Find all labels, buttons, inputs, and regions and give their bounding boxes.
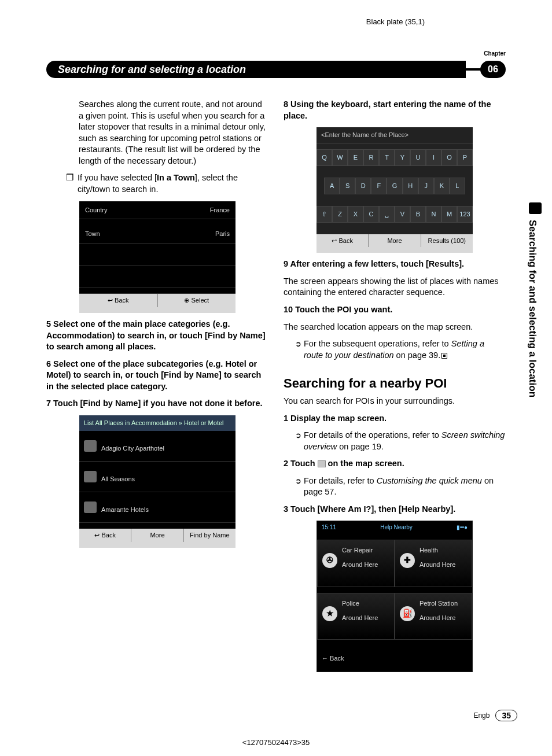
list-item-label: Amarante Hotels [101, 506, 149, 514]
key[interactable]: O [441, 149, 457, 166]
left-column: Searches along the current route, and no… [46, 99, 268, 678]
step-10-body: The searched location appears on the map… [284, 322, 506, 333]
label-town: Town [85, 230, 100, 238]
shift-key[interactable]: ⇧ [317, 206, 332, 223]
space-key[interactable]: ␣ [379, 206, 395, 223]
key[interactable]: S [340, 178, 355, 194]
key[interactable]: J [418, 178, 434, 194]
sublabel: Around Here [419, 614, 458, 622]
row-empty [79, 271, 235, 287]
key[interactable]: W [332, 149, 348, 166]
back-button[interactable]: ↩ Back [317, 234, 369, 248]
text: For details of the operations, refer to [304, 430, 441, 440]
document-code: <127075024473>35 [0, 738, 552, 747]
hotel-icon [84, 440, 97, 452]
key[interactable]: A [324, 178, 340, 194]
find-by-name-button[interactable]: Find by Name [184, 529, 235, 542]
text: on page 39. [394, 351, 441, 360]
help-police[interactable]: ★ PoliceAround Here [317, 593, 395, 640]
key[interactable]: Y [395, 149, 410, 166]
side-tab: Searching for and selecting a location [527, 220, 538, 397]
key[interactable]: P [457, 149, 473, 166]
step-8: 8 Using the keyboard, start entering the… [284, 99, 506, 121]
end-mark-icon [441, 353, 447, 359]
hotel-icon [84, 501, 97, 513]
key[interactable]: K [434, 178, 450, 194]
reference-icon: ➲ [295, 430, 301, 453]
clock: 15:11 [322, 523, 336, 532]
key[interactable]: Z [332, 206, 348, 223]
list-item[interactable]: All Seasons [79, 467, 235, 492]
list-item[interactable]: Adagio City Aparthotel [79, 437, 235, 462]
screenshot-town-select: Country France Town Paris ↩ Back ⊕ Selec… [79, 201, 235, 314]
label-in-a-town: In a Town [157, 173, 195, 182]
text: For details, refer to [304, 476, 377, 485]
back-button[interactable]: ← Back [317, 651, 472, 666]
label: Petrol Station [419, 599, 458, 608]
key[interactable]: T [379, 149, 395, 166]
screen-title: Help Nearby [380, 523, 413, 532]
back-button[interactable]: ↩ Back [79, 294, 158, 307]
key[interactable]: H [403, 178, 418, 194]
more-button[interactable]: More [131, 529, 183, 542]
text: If you have selected [ [78, 173, 157, 182]
key[interactable]: E [348, 149, 363, 166]
section-intro: You can search for POIs in your surround… [284, 396, 506, 407]
reference-text: For the subsequent operations, refer to … [304, 338, 506, 361]
key[interactable]: D [355, 178, 371, 194]
keyboard-input[interactable]: <Enter the Name of the Place> [317, 127, 473, 143]
row-town[interactable]: Town Paris [79, 225, 235, 244]
screenshot-keyboard: <Enter the Name of the Place> Q W E R T … [317, 127, 473, 253]
chapter-number: 06 [480, 61, 506, 78]
health-icon: ✚ [400, 553, 415, 568]
key[interactable]: F [371, 178, 387, 194]
list-item[interactable]: Amarante Hotels [79, 498, 235, 523]
numeric-key[interactable]: 123 [457, 206, 473, 223]
police-icon: ★ [322, 606, 337, 621]
sublabel: Around Here [419, 560, 455, 569]
row-country[interactable]: Country France [79, 201, 235, 220]
bullet-icon: ❒ [66, 172, 78, 195]
screenshot-place-list: List All Places in Accommodation » Hotel… [79, 415, 235, 548]
key[interactable]: X [348, 206, 363, 223]
plate-mark: Black plate (35,1) [46, 12, 506, 26]
help-health[interactable]: ✚ HealthAround Here [395, 540, 472, 587]
select-button[interactable]: ⊕ Select [158, 294, 236, 307]
key[interactable]: N [426, 206, 441, 223]
reference-text: For details, refer to Customising the qu… [304, 475, 506, 498]
key[interactable]: M [441, 206, 457, 223]
key[interactable]: I [426, 149, 441, 166]
label: Health [419, 546, 455, 555]
help-petrol[interactable]: ⛽ Petrol StationAround Here [395, 593, 472, 640]
key[interactable]: G [387, 178, 402, 194]
nearby-step-3: 3 Touch [Where Am I?], then [Help Nearby… [284, 504, 506, 515]
screenshot-help-nearby: 15:11 Help Nearby ▮••● ✇ Car RepairAroun… [317, 521, 473, 672]
key[interactable]: L [450, 178, 465, 194]
bullet-in-a-town: If you have selected [In a Town], select… [78, 172, 268, 195]
more-button[interactable]: More [369, 234, 421, 248]
chapter-header: Chapter Searching for and selecting a lo… [46, 61, 506, 78]
car-repair-icon: ✇ [322, 553, 337, 568]
key[interactable]: C [363, 206, 379, 223]
label-country: Country [85, 206, 108, 215]
quick-menu-icon [318, 460, 326, 467]
step-9-head: 9 After entering a few letters, touch [R… [284, 259, 506, 270]
back-button[interactable]: ↩ Back [79, 529, 131, 542]
reference-icon: ➲ [295, 339, 301, 362]
key[interactable]: V [395, 206, 410, 223]
results-button[interactable]: Results (100) [421, 234, 473, 248]
value-town: Paris [215, 230, 230, 238]
key[interactable]: B [410, 206, 426, 223]
footer-lang: Engb [473, 711, 490, 720]
reference-icon: ➲ [295, 476, 301, 499]
sublabel: Around Here [342, 560, 378, 569]
text: on page 19. [337, 442, 384, 451]
label: Police [342, 599, 378, 608]
page-footer: Engb 35 [473, 710, 517, 721]
value-country: France [210, 206, 230, 215]
help-car-repair[interactable]: ✇ Car RepairAround Here [317, 540, 395, 587]
step-7: 7 Touch [Find by Name] if you have not d… [46, 398, 268, 410]
key[interactable]: U [410, 149, 426, 166]
key[interactable]: Q [317, 149, 332, 166]
key[interactable]: R [363, 149, 379, 166]
